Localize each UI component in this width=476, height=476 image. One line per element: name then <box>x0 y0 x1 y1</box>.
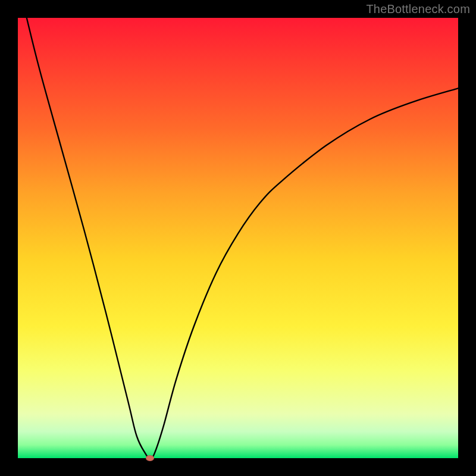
tip-dot-marker <box>146 455 154 461</box>
plot-area <box>18 18 458 458</box>
watermark-text: TheBottleneck.com <box>366 2 470 16</box>
bottleneck-curve <box>27 18 458 458</box>
curve-svg <box>18 18 458 458</box>
chart-frame: TheBottleneck.com <box>0 0 476 476</box>
